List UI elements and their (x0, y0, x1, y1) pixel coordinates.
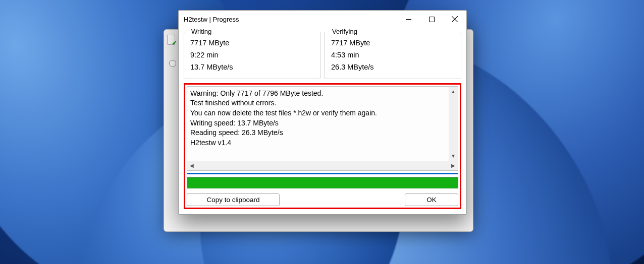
verifying-time: 4:53 min (331, 49, 455, 61)
scroll-right-icon[interactable]: ▶ (449, 162, 458, 169)
scroll-up-icon[interactable]: ▲ (451, 87, 456, 97)
writing-group: Writing 7717 MByte 9:22 min 13.7 MByte/s (184, 32, 320, 79)
writing-time: 9:22 min (190, 49, 314, 61)
ok-button[interactable]: OK (405, 193, 458, 206)
copy-to-clipboard-button[interactable]: Copy to clipboard (187, 193, 280, 206)
verifying-speed: 26.3 MByte/s (331, 61, 455, 74)
log-textarea[interactable]: Warning: Only 7717 of 7796 MByte tested.… (187, 86, 458, 171)
maximize-icon (429, 17, 435, 22)
progress-bar (187, 177, 458, 188)
vertical-scrollbar[interactable]: ▲ ▼ (449, 87, 458, 161)
verifying-label: Verifying (330, 28, 359, 35)
verifying-size: 7717 MByte (331, 37, 455, 49)
minimize-button[interactable] (397, 11, 420, 28)
scroll-down-icon[interactable]: ▼ (451, 151, 456, 161)
writing-size: 7717 MByte (190, 37, 314, 49)
verifying-group: Verifying 7717 MByte 4:53 min 26.3 MByte… (325, 32, 461, 79)
minimize-icon (406, 17, 411, 22)
radio-stub-icon (169, 60, 176, 67)
svg-rect-1 (429, 17, 434, 22)
window-title: H2testw | Progress (184, 16, 397, 23)
highlighted-region: Warning: Only 7717 of 7796 MByte tested.… (184, 83, 461, 209)
writing-label: Writing (189, 28, 213, 35)
writing-speed: 13.7 MByte/s (190, 61, 314, 74)
close-icon (452, 16, 458, 22)
usb-drive-icon (167, 35, 175, 45)
separator-line (187, 173, 458, 174)
scroll-left-icon[interactable]: ◀ (187, 162, 196, 169)
maximize-button[interactable] (420, 11, 443, 28)
title-bar[interactable]: H2testw | Progress (179, 11, 466, 28)
close-button[interactable] (443, 11, 466, 28)
horizontal-scrollbar[interactable]: ◀ ▶ (187, 161, 458, 170)
log-text: Warning: Only 7717 of 7796 MByte tested.… (187, 87, 449, 161)
progress-dialog: H2testw | Progress Writing 7717 MByte 9:… (178, 10, 467, 215)
